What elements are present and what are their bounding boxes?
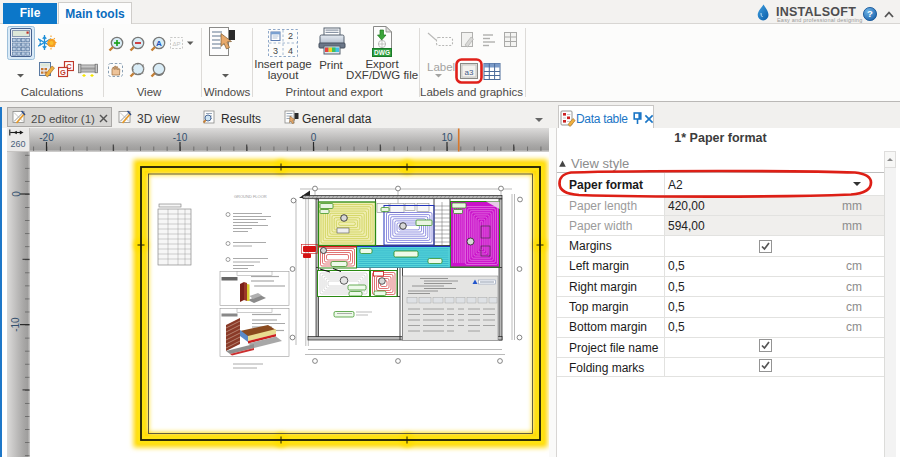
svg-text:10: 10 [441, 132, 453, 143]
svg-text:0: 0 [311, 132, 317, 143]
svg-text:a3: a3 [465, 68, 474, 77]
svg-text:-20: -20 [39, 132, 54, 143]
svg-text:ΔP: ΔP [172, 41, 180, 47]
svg-text:GROUND FLOOR: GROUND FLOOR [234, 194, 267, 199]
svg-text:3: 3 [273, 46, 278, 56]
svg-text:G: G [60, 68, 66, 77]
svg-text:?: ? [867, 8, 873, 19]
svg-text:2: 2 [288, 31, 293, 41]
svg-text:4: 4 [288, 46, 293, 56]
svg-text:A: A [156, 39, 162, 48]
svg-text:0: 0 [11, 191, 22, 197]
svg-text:-10: -10 [11, 317, 22, 332]
svg-text:-10: -10 [173, 132, 188, 143]
svg-text:DWG: DWG [374, 49, 390, 56]
